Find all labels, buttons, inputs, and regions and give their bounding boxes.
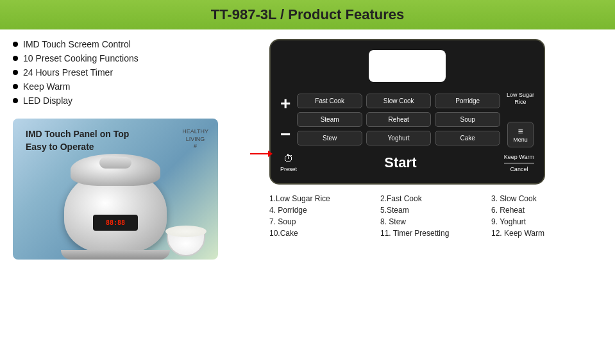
rice-cooker-illustration: 88:88 [64, 170, 167, 253]
bullet-icon [13, 42, 18, 47]
cooker-lid [71, 154, 160, 186]
function-buttons-grid: Fast Cook Slow Cook Porridge Steam Rehea… [297, 94, 500, 145]
cake-button[interactable]: Cake [435, 131, 500, 145]
menu-button[interactable]: ≡ Menu [507, 122, 534, 147]
low-sugar-line2: Rice [514, 99, 526, 105]
image-label-line2: Easy to Operate [26, 142, 94, 152]
feature-text-5: LED Display [23, 95, 72, 106]
divider-line [504, 163, 534, 163]
reheat-button[interactable]: Reheat [366, 112, 432, 127]
control-panel: + − Fast Cook Slow Cook Porridge Steam R… [269, 39, 545, 185]
fn-8: 8. Stew [380, 217, 491, 226]
feature-item-4: Keep Warm [13, 81, 257, 92]
feature-item-3: 24 Hours Preset Timer [13, 67, 257, 78]
feature-text-3: 24 Hours Preset Timer [23, 67, 113, 78]
fn-7: 7. Soup [269, 217, 380, 226]
menu-icon: ≡ [513, 126, 528, 136]
preset-button[interactable]: ⏱ Preset [280, 153, 297, 172]
keep-warm-cancel-controls: Keep Warm Cancel [504, 153, 534, 174]
cooker-body: 88:88 [64, 170, 167, 253]
rice-bowl [167, 231, 205, 256]
functions-number-list: 1.Low Sugar Rice 2.Fast Cook 3. Slow Coo… [269, 194, 602, 238]
image-label: IMD Touch Panel on Top Easy to Operate [26, 128, 129, 153]
fast-cook-button[interactable]: Fast Cook [297, 94, 362, 108]
fn-2: 2.Fast Cook [380, 194, 491, 203]
low-sugar-label: Low Sugar Rice [507, 92, 534, 106]
brand-hash: # [194, 143, 197, 149]
fn-9: 9. Yoghurt [491, 217, 602, 226]
bullet-icon [13, 70, 18, 75]
brand-line1: HEALTHY [182, 128, 208, 135]
rice-top [165, 226, 206, 237]
left-panel: IMD Touch Screem Control 10 Preset Cooki… [13, 39, 257, 260]
feature-item-2: 10 Preset Cooking Functions [13, 53, 257, 63]
feature-item-1: IMD Touch Screem Control [13, 39, 257, 49]
display-time: 88:88 [106, 219, 125, 226]
image-label-line1: IMD Touch Panel on Top [26, 129, 129, 139]
svg-marker-1 [268, 151, 273, 157]
cancel-label: Cancel [510, 166, 528, 172]
plus-minus-controls: + − [280, 95, 291, 144]
low-sugar-line1: Low Sugar [507, 92, 534, 98]
brand-line2: LIVING [186, 136, 205, 142]
features-list: IMD Touch Screem Control 10 Preset Cooki… [13, 39, 257, 106]
page-title: TT-987-3L / Product Features [0, 6, 615, 23]
start-button[interactable]: Start [384, 154, 416, 171]
feature-text-4: Keep Warm [23, 81, 70, 92]
cooker-handle [99, 157, 131, 169]
menu-label: Menu [513, 136, 528, 143]
right-controls: Low Sugar Rice ≡ Menu [507, 92, 534, 147]
page-header: TT-987-3L / Product Features [0, 0, 615, 29]
cooker-base [61, 250, 170, 260]
feature-item-5: LED Display [13, 95, 257, 106]
slow-cook-button[interactable]: Slow Cook [366, 94, 432, 108]
fn-3: 3. Slow Cook [491, 194, 602, 203]
yoghurt-button[interactable]: Yoghurt [366, 131, 432, 145]
feature-text-2: 10 Preset Cooking Functions [23, 53, 139, 63]
bullet-icon [13, 84, 18, 89]
red-arrow [250, 148, 273, 160]
fn-12: 12. Keep Warm [491, 229, 602, 238]
keep-warm-label: Keep Warm [504, 154, 534, 160]
plus-button[interactable]: + [280, 95, 291, 113]
soup-button[interactable]: Soup [435, 112, 500, 127]
lcd-display [369, 50, 446, 82]
fn-6: 6. Reheat [491, 206, 602, 215]
fn-10: 10.Cake [269, 229, 380, 238]
fn-1: 1.Low Sugar Rice [269, 194, 380, 203]
bottom-controls: ⏱ Preset Start Keep Warm Cancel [280, 153, 534, 174]
right-panel: + − Fast Cook Slow Cook Porridge Steam R… [269, 39, 602, 260]
feature-text-1: IMD Touch Screem Control [23, 39, 131, 49]
product-image: IMD Touch Panel on Top Easy to Operate H… [13, 119, 218, 260]
fn-4: 4. Porridge [269, 206, 380, 215]
fn-11: 11. Timer Presetting [380, 229, 491, 238]
main-content: IMD Touch Screem Control 10 Preset Cooki… [0, 29, 615, 269]
minus-button[interactable]: − [280, 126, 291, 144]
steam-button[interactable]: Steam [297, 112, 362, 127]
cooker-display: 88:88 [93, 215, 138, 231]
bullet-icon [13, 98, 18, 103]
porridge-button[interactable]: Porridge [435, 94, 500, 108]
stew-button[interactable]: Stew [297, 131, 362, 145]
preset-icon: ⏱ [283, 153, 294, 165]
fn-5: 5.Steam [380, 206, 491, 215]
brand-label: HEALTHY LIVING # [182, 128, 208, 151]
preset-label: Preset [280, 166, 297, 172]
bullet-icon [13, 56, 18, 61]
